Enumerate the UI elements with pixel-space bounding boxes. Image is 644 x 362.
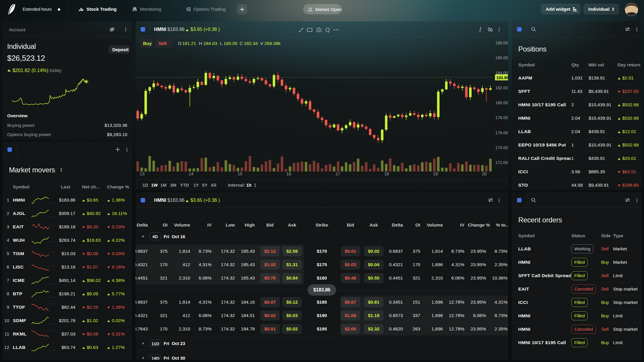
svg-text:f: f <box>479 26 482 32</box>
